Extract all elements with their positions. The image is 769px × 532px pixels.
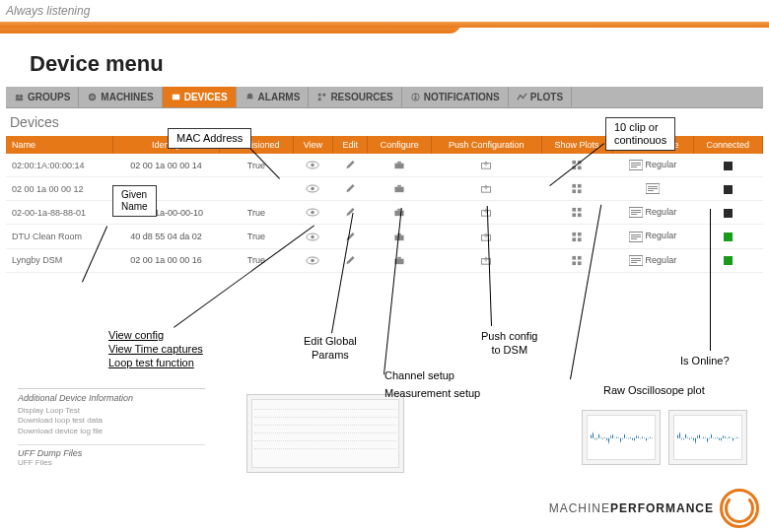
cell-provisioned: True [220,201,294,225]
push-config-button[interactable] [432,248,541,272]
cell-connected [693,177,762,201]
svg-point-1 [20,95,24,99]
addl-link[interactable]: Display Loop Test [18,406,205,416]
push-config-button[interactable] [432,177,541,201]
grid-icon [570,255,584,266]
annot-channel-setup: Channel setup [384,369,454,383]
cell-license: Regular [612,154,693,177]
svg-rect-6 [318,94,321,97]
cell-connected [693,248,762,272]
status-square-icon [724,256,733,265]
grid-icon [570,183,584,194]
show-plots-button[interactable] [541,177,612,201]
svg-rect-69 [572,256,576,260]
svg-point-39 [312,211,315,215]
view-button[interactable] [293,201,332,225]
nav-label: PLOTS [530,92,563,102]
cell-license: Regular [612,248,693,272]
col-configure[interactable]: Configure [368,136,432,154]
annot-loop-test: Loop test function [108,357,194,368]
col-edit[interactable]: Edit [332,136,367,154]
svg-point-52 [312,234,315,238]
nav-resources[interactable]: RESOURCES [309,87,401,107]
table-row: Lyngby DSM02 00 1a 00 00 16True Regular [6,248,763,272]
groups-icon [14,92,25,102]
push-icon [479,255,493,266]
edit-button[interactable] [332,248,367,272]
eye-icon [306,160,319,170]
push-config-button[interactable] [432,154,541,177]
col-name[interactable]: Name [6,136,112,154]
license-icon [629,207,643,218]
page-title: Device menu [30,51,739,77]
edit-button[interactable] [332,177,367,201]
svg-rect-59 [578,237,582,241]
view-button[interactable] [293,248,332,272]
svg-rect-44 [578,208,582,212]
show-plots-button[interactable] [541,201,612,225]
svg-point-0 [16,95,20,99]
addl-link[interactable]: Download loop test data [18,416,205,426]
cell-license: Regular [612,201,693,225]
col-view[interactable]: View [293,136,332,154]
nav-alarms[interactable]: ALARMS [237,87,310,107]
push-config-button[interactable] [432,225,541,248]
grid-icon [570,207,584,218]
info-icon [410,92,421,102]
leader-line [710,209,711,351]
svg-rect-10 [414,97,416,100]
view-button[interactable] [293,177,332,201]
col-push[interactable]: Push Configuration [432,136,541,154]
cell-license [612,177,693,201]
nav-machines[interactable]: MACHINES [79,87,162,107]
svg-point-26 [312,187,315,191]
svg-rect-14 [395,164,404,169]
cell-name: 02:00:1A:00:00:14 [6,154,112,177]
device-icon [171,92,181,102]
table-row: DTU Clean Room40 d8 55 04 da 02True Regu… [6,225,763,248]
svg-rect-32 [572,190,576,194]
configure-button[interactable] [368,154,432,177]
svg-rect-20 [578,166,582,170]
annot-view: View config View Time captures Loop test… [108,329,237,369]
tagline: Always listening [0,0,769,22]
nav-plots[interactable]: PLOTS [509,87,572,107]
svg-rect-31 [578,184,582,188]
pencil-icon [343,183,357,194]
oscilloscope-screenshot [582,410,661,465]
svg-rect-70 [578,256,582,260]
eye-icon [306,255,319,266]
cell-provisioned: True [220,225,294,248]
svg-rect-43 [572,208,576,212]
col-connected[interactable]: Connected [693,136,762,154]
nav-groups[interactable]: GROUPS [6,87,79,107]
eye-icon [306,232,319,242]
show-plots-button[interactable] [541,248,612,272]
svg-rect-8 [318,98,321,100]
svg-rect-7 [323,94,326,97]
svg-rect-45 [572,214,576,218]
license-icon [629,160,643,170]
nav-label: MACHINES [101,92,153,102]
svg-point-65 [312,258,315,262]
briefcase-icon [392,232,406,242]
show-plots-button[interactable] [541,225,612,248]
annot-measurement-setup: Measurement setup [384,387,480,401]
nav-devices[interactable]: DEVICES [163,87,237,107]
nav-label: DEVICES [184,92,228,102]
svg-rect-58 [572,237,576,241]
nav-label: GROUPS [28,92,70,102]
push-icon [479,183,493,194]
configure-button[interactable] [368,248,432,272]
uff-link[interactable]: UFF Files [18,458,205,468]
nav-notifications[interactable]: NOTIFICATIONS [402,87,509,107]
annot-is-online: Is Online? [680,355,730,368]
view-button[interactable] [293,154,332,177]
license-icon [629,232,643,242]
edit-button[interactable] [332,154,367,177]
license-icon [646,183,660,194]
addl-link[interactable]: Download device log file [18,427,205,436]
configure-button[interactable] [368,177,432,201]
additional-device-info-panel: Additional Device Information Display Lo… [18,388,205,469]
uff-header: UFF Dump Files [18,444,205,458]
